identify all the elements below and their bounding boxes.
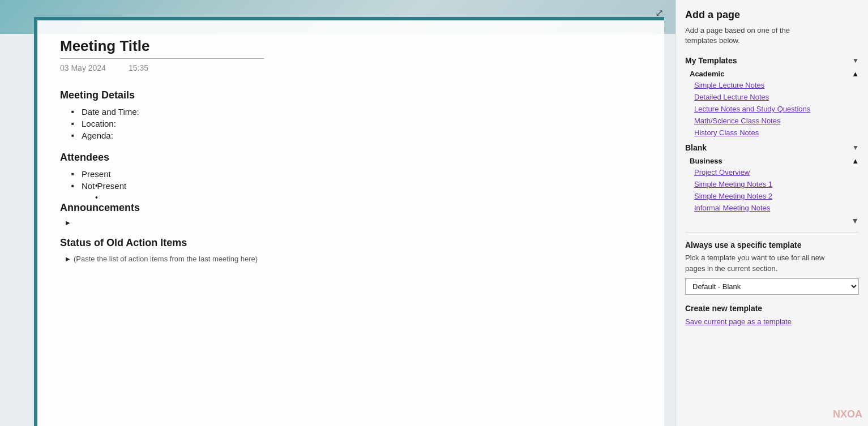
template-history-class-notes[interactable]: History Class Notes	[685, 127, 859, 139]
template-select[interactable]: Default - Blank	[685, 278, 859, 295]
template-math-science[interactable]: Math/Science Class Notes	[685, 115, 859, 127]
business-chevron: ▲	[852, 157, 859, 165]
my-templates-label: My Templates	[685, 56, 737, 65]
save-template-link[interactable]: Save current page as a template	[685, 317, 792, 326]
watermark: NXOA	[833, 408, 862, 420]
title-divider	[60, 58, 264, 59]
my-templates-header[interactable]: My Templates ▼	[685, 53, 859, 67]
main-content: ⤢ Meeting Title 03 May 2024 15:35 Meetin…	[0, 0, 675, 426]
page-container: Meeting Title 03 May 2024 15:35 Meeting …	[34, 17, 664, 426]
date-field: 03 May 2024	[60, 63, 106, 72]
template-simple-meeting-notes-1[interactable]: Simple Meeting Notes 1	[685, 178, 859, 190]
academic-label: Academic	[690, 70, 724, 78]
blank-header[interactable]: Blank ▼	[685, 139, 859, 154]
always-use-section: Always use a specific template Pick a te…	[685, 240, 859, 294]
announcements-heading: Announcements	[60, 202, 642, 214]
expand-icon[interactable]: ⤢	[655, 7, 669, 20]
template-project-overview[interactable]: Project Overview	[685, 166, 859, 178]
sidebar-subtitle: Add a page based on one of the templates…	[685, 25, 859, 46]
list-item: Date and Time:	[71, 107, 642, 117]
list-item: Location:	[71, 119, 642, 128]
not-present-item: Not Present	[71, 181, 642, 191]
sidebar-panel: Add a page Add a page based on one of th…	[675, 0, 868, 426]
meeting-details-list: Date and Time: Location: Agenda:	[60, 107, 642, 140]
academic-chevron: ▲	[852, 70, 859, 78]
announcements-item: ▶	[60, 220, 642, 226]
template-detailed-lecture-notes[interactable]: Detailed Lecture Notes	[685, 91, 859, 103]
blank-chevron: ▼	[852, 144, 859, 152]
triangle-right-icon: ▶	[66, 220, 70, 226]
business-more-chevron: ▼	[851, 216, 859, 225]
blank-label: Blank	[685, 143, 707, 152]
meeting-details-heading: Meeting Details	[60, 89, 642, 101]
create-template-title: Create new template	[685, 304, 859, 313]
list-item: Agenda:	[71, 131, 642, 140]
create-template-section: Create new template Save current page as…	[685, 304, 859, 326]
template-informal-meeting-notes[interactable]: Informal Meeting Notes	[685, 202, 859, 214]
attendees-heading: Attendees	[60, 152, 642, 163]
present-item: Present	[71, 169, 642, 179]
page-title: Meeting Title	[60, 37, 642, 55]
sidebar-title: Add a page	[685, 9, 859, 21]
action-hint-text: (Paste the list of action items from the…	[74, 255, 258, 263]
action-items-hint: ▶ (Paste the list of action items from t…	[60, 255, 642, 263]
action-items-heading: Status of Old Action Items	[60, 237, 642, 249]
template-simple-meeting-notes-2[interactable]: Simple Meeting Notes 2	[685, 190, 859, 202]
divider	[685, 232, 859, 233]
always-use-desc: Pick a template you want to use for all …	[685, 253, 859, 273]
my-templates-chevron: ▼	[852, 57, 859, 64]
academic-header[interactable]: Academic ▲	[685, 67, 859, 79]
business-header[interactable]: Business ▲	[685, 154, 859, 166]
always-use-title: Always use a specific template	[685, 240, 859, 249]
template-lecture-notes-study-questions[interactable]: Lecture Notes and Study Questions	[685, 103, 859, 115]
time-field: 15:35	[129, 63, 148, 72]
template-simple-lecture-notes[interactable]: Simple Lecture Notes	[685, 79, 859, 91]
triangle-right-icon-2: ▶	[66, 256, 70, 262]
date-time-row: 03 May 2024 15:35	[60, 63, 642, 72]
attendees-list: Present Not Present	[60, 169, 642, 191]
business-label: Business	[690, 157, 722, 165]
